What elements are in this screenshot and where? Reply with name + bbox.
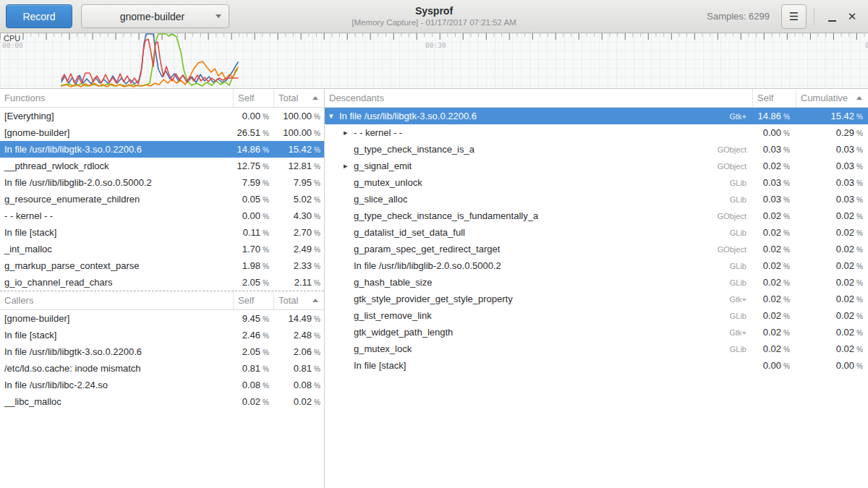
callers-table-row[interactable]: /etc/ld.so.cache: inode mismatch0.81%0.8…	[0, 360, 324, 377]
percent-sign: %	[263, 196, 269, 204]
record-button[interactable]: Record	[6, 4, 72, 28]
function-name: g_mutex_lock	[354, 343, 412, 354]
descendants-table-row[interactable]: ▸- - kernel - -0.00%0.29%	[325, 124, 868, 141]
descendants-cumulative-label: Cumulative	[801, 93, 848, 103]
close-button[interactable]: ✕	[842, 4, 862, 29]
functions-table-row[interactable]: [Everything]0.00%100.00%	[0, 108, 324, 124]
functions-column-header[interactable]: Functions	[0, 89, 233, 107]
descendants-cumulative-column-header[interactable]: Cumulative	[796, 89, 868, 107]
descendant-name-cell: ▾In file /usr/lib/libgtk-3.so.0.2200.6Gt…	[325, 111, 752, 121]
cumulative-percent-value: 15.42	[831, 111, 855, 121]
descendants-table-row[interactable]: In file [stack]0.00%0.00%	[325, 357, 868, 374]
descendants-table-row[interactable]: In file /usr/lib/libglib-2.0.so.0.5000.2…	[325, 257, 868, 274]
functions-table-row[interactable]: __pthread_rwlock_rdlock12.75%12.81%	[0, 158, 324, 174]
descendant-name-cell: g_hash_table_sizeGLib	[325, 277, 752, 288]
descendants-table-row[interactable]: g_slice_allocGLib0.03%0.03%	[325, 191, 868, 207]
self-percent: 0.02%	[752, 294, 796, 304]
descendants-self-column-header[interactable]: Self	[752, 89, 796, 107]
hamburger-menu-button[interactable]: ☰	[781, 4, 807, 29]
descendants-table-row[interactable]: g_mutex_unlockGLib0.03%0.03%	[325, 174, 868, 191]
percent-sign: %	[783, 113, 790, 121]
cumulative-percent: 0.29%	[796, 127, 868, 138]
cpu-timeline-graph[interactable]: CPU 00:00 00:30 01:00	[0, 33, 868, 89]
total-percent: 2.48%	[273, 330, 324, 341]
descendants-table-row[interactable]: g_mutex_lockGLib0.02%0.02%	[325, 341, 868, 357]
minimize-button[interactable]	[822, 4, 842, 29]
time-label-end: 01:00	[865, 41, 868, 49]
functions-table-row[interactable]: g_io_channel_read_chars2.05%2.11%	[0, 274, 324, 291]
descendants-table-row[interactable]: g_datalist_id_set_data_fullGLib0.02%0.02…	[325, 224, 868, 241]
functions-table-row[interactable]: In file [stack]0.11%2.70%	[0, 224, 324, 241]
cumulative-percent: 0.03%	[796, 160, 868, 171]
cumulative-percent: 0.02%	[796, 277, 868, 288]
descendants-table-row[interactable]: g_hash_table_sizeGLib0.02%0.02%	[325, 274, 868, 291]
descendants-table-row[interactable]: ▾In file /usr/lib/libgtk-3.so.0.2200.6Gt…	[325, 108, 868, 124]
functions-table-row[interactable]: [gnome-builder]26.51%100.00%	[0, 124, 324, 141]
descendants-table-row[interactable]: g_list_remove_linkGLib0.02%0.02%	[325, 307, 868, 324]
cumulative-percent: 0.02%	[796, 260, 868, 271]
percent-sign: %	[856, 129, 863, 137]
functions-total-label: Total	[278, 93, 298, 103]
percent-sign: %	[263, 365, 269, 373]
callers-table-row[interactable]: __libc_malloc0.02%0.02%	[0, 393, 324, 410]
function-name: gtk_widget_path_length	[354, 327, 453, 338]
percent-sign: %	[263, 129, 269, 137]
descendants-table-row[interactable]: ▸g_signal_emitGObject0.02%0.03%	[325, 158, 868, 174]
expander-collapsed-icon[interactable]: ▸	[344, 162, 354, 170]
function-name: g_slice_alloc	[354, 194, 407, 205]
callers-table-row[interactable]: In file /usr/lib/libc-2.24.so0.08%0.08%	[0, 377, 324, 393]
callers-table-row[interactable]: In file /usr/lib/libgtk-3.so.0.2200.62.0…	[0, 343, 324, 360]
self-percent: 0.03%	[752, 177, 796, 188]
callers-self-column-header[interactable]: Self	[233, 291, 273, 309]
descendants-column-header[interactable]: Descendants	[325, 89, 752, 107]
self-percent-value: 0.02	[763, 227, 781, 238]
total-percent-value: 2.11	[294, 277, 312, 288]
total-percent: 0.08%	[273, 380, 324, 390]
library-tag: GLib	[730, 179, 752, 187]
descendants-table-row[interactable]: g_type_check_instance_is_aGObject0.03%0.…	[325, 141, 868, 158]
functions-header: Functions Self Total	[0, 89, 324, 108]
library-tag: GObject	[718, 162, 752, 171]
percent-sign: %	[263, 315, 269, 323]
descendants-header: Descendants Self Cumulative	[325, 89, 868, 108]
process-select-dropdown[interactable]: gnome-builder	[81, 4, 229, 28]
callers-table-row[interactable]: [gnome-builder]9.45%14.49%	[0, 310, 324, 327]
self-percent: 12.75%	[233, 160, 273, 171]
expander-collapsed-icon[interactable]: ▸	[344, 129, 354, 137]
functions-total-column-header[interactable]: Total	[273, 89, 324, 107]
cumulative-percent-value: 0.02	[836, 227, 854, 238]
sort-ascending-icon	[312, 299, 318, 302]
functions-table-row[interactable]: In file /usr/lib/libgtk-3.so.0.2200.614.…	[0, 141, 324, 158]
total-percent-value: 0.81	[294, 363, 312, 374]
expander-expanded-icon[interactable]: ▾	[329, 112, 339, 120]
self-percent: 0.08%	[233, 380, 273, 390]
functions-table-row[interactable]: g_markup_parse_context_parse1.98%2.33%	[0, 257, 324, 274]
library-tag: GObject	[718, 145, 752, 154]
descendants-table-row[interactable]: gtk_widget_path_lengthGtk+0.02%0.02%	[325, 324, 868, 341]
functions-self-column-header[interactable]: Self	[233, 89, 273, 107]
function-name: In file /usr/lib/libgtk-3.so.0.2200.6	[0, 144, 233, 155]
functions-table-row[interactable]: _int_malloc1.70%2.49%	[0, 241, 324, 257]
self-percent: 0.02%	[752, 327, 796, 338]
descendant-name-cell: ▸g_signal_emitGObject	[325, 160, 752, 171]
percent-sign: %	[783, 312, 790, 320]
self-percent-value: 0.02	[763, 343, 781, 354]
callers-table-row[interactable]: In file [stack]2.46%2.48%	[0, 327, 324, 343]
self-percent: 0.00%	[752, 360, 796, 371]
callers-total-column-header[interactable]: Total	[273, 291, 324, 309]
functions-table-row[interactable]: g_resource_enumerate_children0.05%5.02%	[0, 191, 324, 207]
self-percent-value: 1.98	[242, 260, 260, 271]
descendants-table-row[interactable]: gtk_style_provider_get_style_propertyGtk…	[325, 291, 868, 307]
percent-sign: %	[314, 146, 320, 154]
percent-sign: %	[263, 348, 269, 356]
self-percent-value: 14.86	[758, 111, 782, 121]
descendants-table-row[interactable]: g_param_spec_get_redirect_targetGObject0…	[325, 241, 868, 257]
functions-table-row[interactable]: In file /usr/lib/libglib-2.0.so.0.5000.2…	[0, 174, 324, 191]
functions-table-row[interactable]: - - kernel - -0.00%4.30%	[0, 207, 324, 224]
library-tag: GLib	[730, 262, 752, 270]
self-percent-value: 0.02	[242, 396, 260, 407]
total-percent-value: 15.42	[289, 144, 312, 155]
callers-header: Callers Self Total	[0, 291, 324, 310]
callers-column-header[interactable]: Callers	[0, 291, 233, 309]
descendants-table-row[interactable]: g_type_check_instance_is_fundamentally_a…	[325, 207, 868, 224]
